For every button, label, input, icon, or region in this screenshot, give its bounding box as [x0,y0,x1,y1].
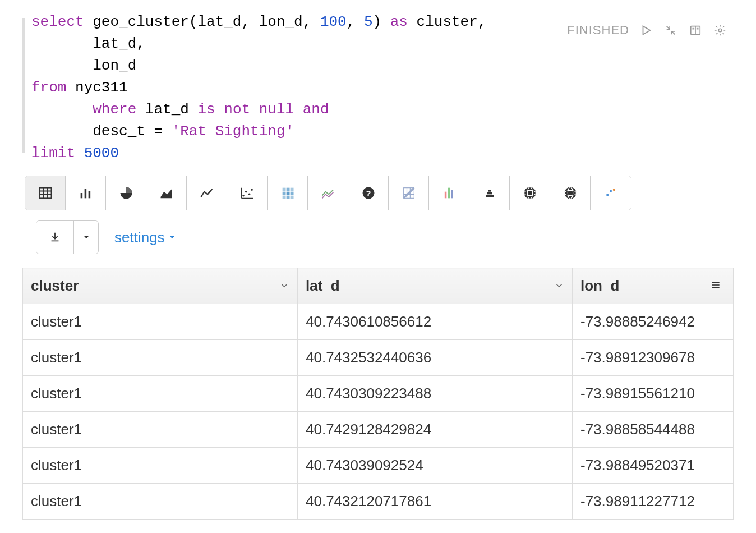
viz-area-icon[interactable] [146,176,187,210]
kw-not: not [224,101,250,118]
col-header-lat[interactable]: lat_d [298,268,573,304]
results-controls: settings [36,220,734,254]
svg-rect-23 [290,188,293,191]
status-label: FINISHED [567,23,629,38]
kw-select: select [31,13,84,30]
viz-pie-icon[interactable] [106,176,146,210]
table-menu-button[interactable] [702,268,734,304]
download-button[interactable] [36,221,73,254]
svg-point-51 [613,189,615,191]
table-row[interactable]: cluster140.7430610856612-73.98885246942 [23,304,734,340]
viz-help-icon[interactable]: ? [348,176,389,210]
code-num: 5000 [84,145,119,162]
gear-icon[interactable] [712,22,728,38]
svg-rect-7 [39,188,51,199]
run-icon[interactable] [638,22,654,38]
code-num: 5 [364,13,373,30]
svg-point-18 [251,189,253,191]
kw-limit: limit [31,145,75,162]
col-header-label: lat_d [306,277,340,295]
cell-cluster: cluster1 [23,340,298,376]
results-table: cluster lat_d [22,268,734,520]
code-num: 100 [320,13,347,30]
svg-rect-28 [286,196,289,199]
viz-dots-icon[interactable] [591,176,631,210]
download-btn-group [36,220,99,254]
code-text: nyc311 [66,79,127,96]
svg-rect-14 [88,191,90,199]
cell-cluster: cluster1 [23,412,298,448]
code-gutter [22,18,25,153]
svg-rect-38 [448,188,450,199]
cell-lat: 40.7430610856612 [298,304,573,340]
table-header-row: cluster lat_d [23,268,734,304]
table-row[interactable]: cluster140.7430309223488-73.98915561210 [23,376,734,412]
svg-rect-21 [282,188,285,191]
svg-point-6 [718,29,722,32]
viz-colorbar-icon[interactable] [429,176,469,210]
download-dropdown[interactable] [73,221,98,254]
chevron-down-icon[interactable] [279,277,289,295]
svg-rect-42 [488,190,491,192]
cell-lat: 40.743039092524 [298,448,573,484]
code-text: geo_cluster(lat_d, lon_d, [84,13,320,30]
svg-rect-25 [286,192,289,195]
cell-lon: -73.98849520371 [573,448,734,484]
svg-point-43 [524,187,536,199]
cell-lat: 40.7432120717861 [298,484,573,520]
viz-table-icon[interactable] [25,176,66,210]
settings-link[interactable]: settings [114,229,176,246]
cell-status-toolbar: FINISHED [567,22,728,38]
viz-toolbar: ? [25,176,631,210]
col-header-label: cluster [31,277,79,295]
code-text [163,123,172,140]
code-text: lon_d [31,57,136,74]
svg-point-49 [606,194,609,196]
viz-grid-icon[interactable] [389,176,429,210]
table-row[interactable]: cluster140.7429128429824-73.98858544488 [23,412,734,448]
svg-rect-39 [451,190,453,198]
viz-globe1-icon[interactable] [510,176,550,210]
viz-multiline-icon[interactable] [308,176,348,210]
table-row[interactable]: cluster140.7432120717861-73.98911227712 [23,484,734,520]
cell-cluster: cluster1 [23,304,298,340]
code-text [31,101,93,118]
collapse-icon[interactable] [663,22,679,38]
cell-cluster: cluster1 [23,376,298,412]
svg-point-17 [248,194,250,196]
col-header-lon[interactable]: lon_d [573,268,702,304]
svg-point-16 [245,191,247,193]
code-text: cluster, [408,13,486,30]
code-text [75,145,84,162]
notebook-cell: FINISHED select [0,0,756,531]
code-text [250,101,259,118]
kw-is: is [197,101,215,118]
viz-line-icon[interactable] [187,176,227,210]
viz-bar-icon[interactable] [66,176,106,210]
code-text: , [347,13,364,30]
svg-rect-24 [282,192,285,195]
cell-lon: -73.98911227712 [573,484,734,520]
book-icon[interactable] [688,22,703,38]
chevron-down-icon[interactable] [554,277,564,295]
code-op: = [154,123,163,140]
code-text: lat_d [136,101,197,118]
code-str: 'Rat Sighting' [172,123,294,140]
svg-point-50 [610,190,612,192]
code-text: ) [373,13,390,30]
viz-heatmap-icon[interactable] [268,176,308,210]
viz-stack-icon[interactable] [469,176,510,210]
svg-rect-22 [286,188,289,191]
svg-rect-40 [486,195,494,197]
svg-rect-12 [80,193,82,198]
settings-link-label: settings [114,229,165,246]
svg-rect-13 [84,189,86,198]
cell-lat: 40.7430309223488 [298,376,573,412]
kw-as: as [390,13,408,30]
table-row[interactable]: cluster140.7432532440636-73.98912309678 [23,340,734,376]
col-header-cluster[interactable]: cluster [23,268,298,304]
viz-globe2-icon[interactable] [550,176,591,210]
table-row[interactable]: cluster140.743039092524-73.98849520371 [23,448,734,484]
kw-where: where [93,101,136,118]
viz-scatter-icon[interactable] [227,176,268,210]
